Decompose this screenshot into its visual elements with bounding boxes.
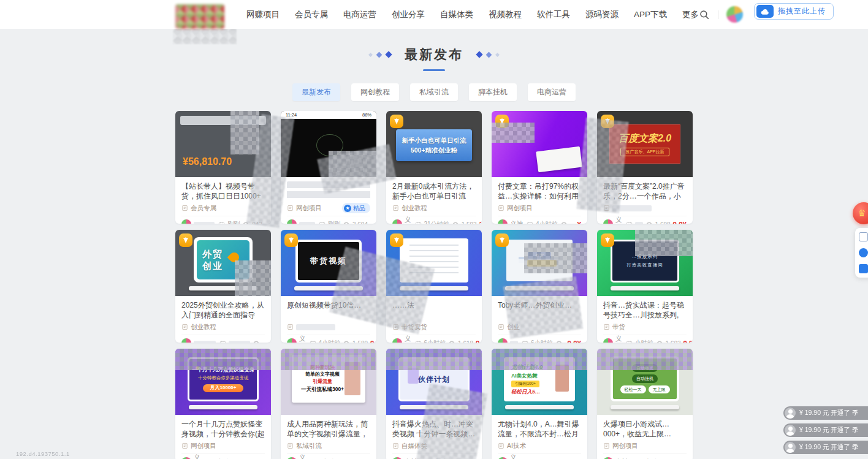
project-card[interactable]: 带货视频 原创短视频带货10倍… ★ 义神 4小时	[281, 230, 376, 343]
card-title[interactable]: 原创短视频带货10倍…	[287, 300, 370, 320]
card-category[interactable]: 私域引流	[296, 442, 322, 450]
upload-button[interactable]: 拖拽至此上传	[754, 3, 834, 20]
card-thumbnail[interactable]	[386, 230, 482, 296]
card-category[interactable]: 网创项目	[296, 204, 322, 213]
category-tab[interactable]: 网创教程	[351, 83, 399, 101]
category-tab[interactable]: 私域引流	[410, 83, 458, 101]
card-category[interactable]: 网创项目	[191, 442, 216, 450]
nav-item[interactable]: APP下载	[634, 9, 667, 20]
author-avatar[interactable]	[287, 338, 297, 343]
card-category[interactable]: 创业	[507, 323, 520, 332]
project-card[interactable]: 两种新玩法简单的文字视频引爆流量一天引流私域300+ 成人用品两种新玩法，简单的…	[281, 349, 376, 459]
nav-item[interactable]: 软件工具	[537, 9, 570, 20]
project-card[interactable]: 付费文章：吊打97%的权益…实操详解：如何利用deeps… 网创项目 ★ 义神 …	[492, 111, 587, 224]
card-thumbnail[interactable]: 自动曝光自动挂机轻松一天无上限	[597, 349, 693, 415]
project-card[interactable]: ¥56,810.70 【站长带人】视频号带货，抓住风口日日1000+ 会员专属 …	[175, 111, 271, 224]
card-thumbnail[interactable]: …投放系列打造高效直播间	[597, 230, 693, 296]
author-avatar[interactable]	[181, 338, 191, 343]
card-title[interactable]: 2025外贸创业全攻略，从入门到精通的全面指导	[181, 300, 265, 320]
project-card[interactable]: 一个月十几万点赞妖怪变身十分钟教会你多渠道变现月入10000+ 一个月十几万点赞…	[175, 349, 271, 459]
nav-item[interactable]: 会员专属	[295, 9, 328, 20]
nav-item[interactable]: 网赚项目	[246, 9, 280, 20]
card-title[interactable]: 抖音爆火热点、时…冲突类视频 十分钟一条视频…创 日	[392, 419, 476, 439]
project-card[interactable]: 外贸 Toby老师…外贸创业… 创业 ★ 6小时前	[492, 230, 587, 343]
document-icon[interactable]	[859, 232, 868, 241]
user-avatar[interactable]	[726, 6, 743, 23]
search-icon[interactable]	[699, 9, 710, 20]
nav-item[interactable]: 更多	[682, 9, 699, 20]
nav-item[interactable]: 电商运营	[343, 9, 376, 20]
card-title[interactable]: 成人用品两种新玩法，简单的文字视频引爆流量，一天引流私域30…	[287, 419, 370, 439]
card-title[interactable]	[287, 181, 370, 201]
author-name[interactable]	[194, 341, 216, 343]
vip-float-button[interactable]: ♛	[853, 202, 868, 224]
author-name[interactable]: 义神	[405, 216, 411, 224]
feedback-icon[interactable]	[859, 264, 868, 273]
card-thumbnail[interactable]: ¥56,810.70	[175, 111, 271, 177]
card-title[interactable]: 抖音…货实战课：起号稳号技巧全…川投放系列, 打造高…	[603, 300, 687, 320]
card-thumbnail[interactable]: 外贸	[492, 230, 587, 296]
project-card[interactable]: 自动曝光自动挂机轻松一天无上限 火爆项目小游戏试…000+，收益无上限… 网创项…	[597, 349, 693, 459]
card-category[interactable]	[296, 324, 335, 330]
card-title[interactable]: 最新“百度文案”2.0推广音乐，2分…一个作品，小白轻松上手	[603, 181, 687, 201]
author-name[interactable]: 义神	[194, 453, 200, 459]
author-avatar[interactable]	[287, 219, 297, 224]
card-category[interactable]: 带货	[612, 323, 625, 332]
author-avatar[interactable]	[181, 219, 191, 224]
card-thumbnail[interactable]: 两种新玩法简单的文字视频引爆流量一天引流私域300+	[281, 349, 376, 415]
project-card[interactable]: ……法 带货卖货 ★ 义神 6小时前	[386, 230, 482, 343]
author-name[interactable]	[510, 341, 518, 343]
author-name[interactable]: 义神	[615, 335, 622, 343]
author-avatar[interactable]	[392, 338, 402, 343]
project-card[interactable]: 新手小白也可单日引流500+精准创业粉 2月最新0成本引流方法，新手小白也可单日…	[386, 111, 482, 224]
card-title[interactable]: ……法	[392, 300, 476, 320]
author-name[interactable]: 义神	[615, 216, 622, 224]
author-avatar[interactable]	[392, 219, 402, 224]
card-title[interactable]: 2月最新0成本引流方法，新手小白也可单日引流500+精准创业粉	[392, 181, 476, 201]
card-thumbnail[interactable]: 外贸创业	[175, 230, 271, 296]
project-card[interactable]: …投放系列打造高效直播间 抖音…货实战课：起号稳号技巧全…川投放系列, 打造高……	[597, 230, 693, 343]
author-name[interactable]: 义神	[510, 453, 517, 459]
card-category[interactable]: 带货卖货	[402, 323, 427, 332]
card-thumbnail[interactable]: 尤物计划4.0AI美女热舞引爆粉100+轻松日入5…	[492, 349, 587, 415]
project-card[interactable]: 11:2488% 网创项目 ★ 精品 刚刚	[281, 111, 376, 224]
project-card[interactable]: 尤物计划4.0AI美女热舞引爆粉100+轻松日入5… 尤物计划4.0，A…舞引爆…	[492, 349, 587, 459]
author-avatar[interactable]	[603, 338, 613, 343]
author-avatar[interactable]	[603, 219, 613, 224]
author-avatar[interactable]	[498, 219, 508, 224]
project-card[interactable]: 伙伴计划 抖音爆火热点、时…冲突类视频 十分钟一条视频…创 日 自媒体类 ★ 义…	[386, 349, 482, 459]
card-thumbnail[interactable]: 伙伴计划	[386, 349, 482, 415]
category-tab[interactable]: 电商运营	[528, 83, 576, 101]
card-category[interactable]: 网创项目	[612, 442, 638, 450]
nav-item[interactable]: 视频教程	[489, 9, 522, 20]
card-thumbnail[interactable]	[492, 111, 587, 177]
author-avatar[interactable]	[498, 338, 508, 343]
card-category[interactable]: 创业教程	[402, 204, 427, 213]
author-name[interactable]: 义神	[405, 335, 411, 343]
card-title[interactable]: 火爆项目小游戏试…000+，收益无上限…	[603, 419, 687, 439]
card-title[interactable]: 【站长带人】视频号带货，抓住风口日日1000+	[181, 181, 265, 201]
card-thumbnail[interactable]: 带货视频	[281, 230, 376, 296]
card-category[interactable]: AI技术	[507, 442, 526, 450]
card-category[interactable]: 网创项目	[507, 204, 533, 213]
service-icon[interactable]	[859, 248, 868, 257]
category-tab[interactable]: 脚本挂机	[469, 83, 517, 101]
card-title[interactable]: 付费文章：吊打97%的权益…实操详解：如何利用deeps…	[498, 181, 581, 201]
card-title[interactable]: 一个月十几万点赞妖怪变身视频，十分钟教会你(超详细制作流程)…	[181, 419, 265, 439]
card-title[interactable]: Toby老师…外贸创业…	[498, 300, 581, 320]
site-logo[interactable]	[175, 4, 224, 29]
card-category[interactable]: 会员专属	[191, 204, 216, 213]
author-name[interactable]	[299, 222, 315, 224]
author-name[interactable]	[194, 222, 215, 224]
project-card[interactable]: 百度文案2.0推广音乐、APP拉新 最新“百度文案”2.0推广音乐，2分…一个作…	[597, 111, 693, 224]
card-thumbnail[interactable]: 新手小白也可单日引流500+精准创业粉	[386, 111, 482, 177]
project-card[interactable]: 外贸创业 2025外贸创业全攻略，从入门到精通的全面指导 创业教程 ★	[175, 230, 271, 343]
nav-item[interactable]: 自媒体类	[440, 9, 473, 20]
card-category[interactable]	[612, 205, 652, 211]
card-category[interactable]: 自媒体类	[402, 442, 427, 450]
card-thumbnail[interactable]: 11:2488%	[281, 111, 376, 177]
card-thumbnail[interactable]: 一个月十几万点赞妖怪变身十分钟教会你多渠道变现月入10000+	[175, 349, 271, 415]
category-tab[interactable]: 最新发布	[292, 83, 340, 101]
card-category[interactable]: 创业教程	[191, 323, 216, 332]
author-name[interactable]: 义神	[510, 220, 523, 224]
